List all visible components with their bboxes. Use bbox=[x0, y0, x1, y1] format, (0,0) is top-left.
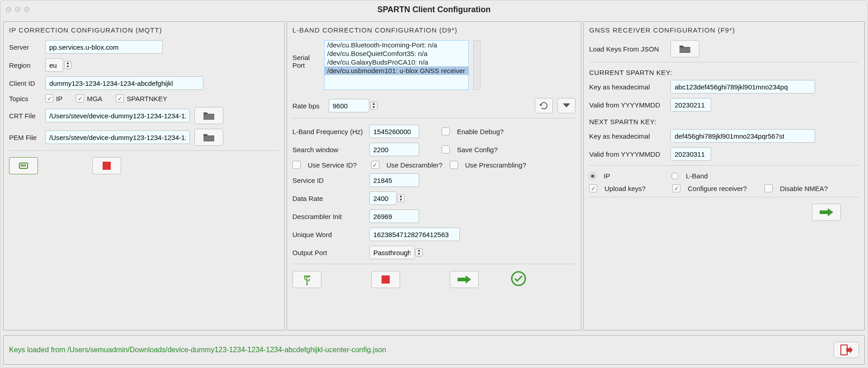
close-window-button[interactable] bbox=[6, 7, 11, 12]
divider bbox=[589, 197, 859, 197]
expand-ports-button[interactable] bbox=[557, 98, 576, 113]
send-gnss-button[interactable] bbox=[812, 204, 841, 221]
svg-rect-1 bbox=[21, 164, 22, 167]
datarate-input[interactable] bbox=[369, 191, 396, 205]
arrow-right-icon bbox=[457, 275, 472, 284]
clientid-input[interactable] bbox=[45, 76, 203, 90]
divider bbox=[292, 118, 576, 118]
lband-panel-title: L-BAND CORRECTION CONFIGURATION (D9*) bbox=[292, 26, 576, 34]
next-key-header: NEXT SPARTN KEY: bbox=[589, 118, 859, 126]
source-ip-radio[interactable] bbox=[589, 172, 596, 180]
refresh-ports-button[interactable] bbox=[535, 98, 553, 113]
serial-port-option[interactable]: /dev/cu.usbmodem101: u-blox GNSS receive… bbox=[325, 66, 468, 75]
crt-browse-button[interactable] bbox=[194, 107, 223, 124]
svg-point-6 bbox=[304, 275, 306, 277]
exit-button[interactable] bbox=[834, 342, 859, 358]
check-circle-icon bbox=[510, 270, 527, 287]
region-stepper[interactable]: ▲▼ bbox=[64, 61, 71, 69]
configure-rx-label: Configure receiver? bbox=[688, 185, 760, 192]
crt-input[interactable] bbox=[45, 109, 190, 122]
current-key-header: CURRENT SPARTN KEY: bbox=[589, 69, 859, 76]
topic-ip-label: IP bbox=[56, 95, 62, 102]
use-descrambler-checkbox[interactable] bbox=[371, 161, 379, 169]
disable-nmea-label: Disable NMEA? bbox=[780, 185, 828, 192]
freq-input[interactable] bbox=[369, 125, 419, 138]
disconnect-serial-button[interactable] bbox=[371, 271, 400, 288]
upload-keys-checkbox[interactable] bbox=[589, 184, 597, 192]
topic-mga-label: MGA bbox=[87, 95, 102, 102]
enable-debug-label: Enable Debug? bbox=[457, 128, 504, 135]
disconnect-ip-button[interactable] bbox=[92, 157, 121, 174]
topic-spartnkey-checkbox[interactable] bbox=[116, 94, 124, 102]
outputport-stepper[interactable]: ▲▼ bbox=[415, 248, 423, 256]
serial-port-option[interactable]: /dev/cu.BoseQuietComfort35: n/a bbox=[325, 49, 468, 58]
next-keyhex-input[interactable] bbox=[670, 129, 815, 143]
current-keyhex-label: Key as hexadecimal bbox=[589, 83, 666, 91]
svg-rect-2 bbox=[22, 164, 23, 167]
descrambler-input[interactable] bbox=[369, 210, 419, 223]
outputport-input[interactable] bbox=[369, 246, 415, 259]
topic-ip-checkbox[interactable] bbox=[45, 94, 53, 102]
outputport-label: Output Port bbox=[292, 249, 365, 256]
divider bbox=[589, 165, 859, 166]
disable-nmea-checkbox[interactable] bbox=[764, 184, 773, 192]
lband-panel: L-BAND CORRECTION CONFIGURATION (D9*) Se… bbox=[287, 21, 582, 331]
region-spinner[interactable]: ▲▼ bbox=[45, 58, 71, 72]
use-serviceid-label: Use Service ID? bbox=[308, 161, 367, 169]
pem-input[interactable] bbox=[45, 130, 190, 144]
current-keyhex-input[interactable] bbox=[670, 80, 815, 93]
next-validfrom-input[interactable] bbox=[670, 147, 711, 161]
usb-icon bbox=[302, 274, 312, 285]
use-prescrambling-checkbox[interactable] bbox=[450, 161, 458, 169]
connect-ip-button[interactable] bbox=[9, 157, 38, 174]
divider bbox=[292, 264, 576, 264]
window-title: SPARTN Client Configuration bbox=[0, 5, 868, 14]
titlebar: SPARTN Client Configuration bbox=[0, 0, 868, 19]
minimize-window-button[interactable] bbox=[15, 7, 20, 12]
server-input[interactable] bbox=[45, 40, 163, 54]
divider bbox=[589, 62, 859, 62]
svg-rect-4 bbox=[25, 164, 26, 167]
use-serviceid-checkbox[interactable] bbox=[292, 161, 301, 169]
window: SPARTN Client Configuration IP CORRECTIO… bbox=[0, 0, 868, 368]
rate-label: Rate bps bbox=[292, 102, 324, 110]
gnss-panel: GNSS RECEIVER CONFIGURATION (F9*) Load K… bbox=[583, 21, 865, 331]
zoom-window-button[interactable] bbox=[24, 7, 29, 12]
datarate-stepper[interactable]: ▲▼ bbox=[397, 194, 405, 202]
connect-serial-button[interactable] bbox=[292, 271, 321, 288]
configure-rx-checkbox[interactable] bbox=[672, 184, 680, 192]
rate-input[interactable] bbox=[329, 99, 369, 112]
use-prescrambling-label: Use Prescrambling? bbox=[465, 161, 526, 169]
rate-stepper[interactable]: ▲▼ bbox=[370, 102, 377, 110]
save-config-checkbox[interactable] bbox=[442, 145, 450, 154]
serial-scrollbar[interactable] bbox=[473, 40, 481, 90]
enable-debug-checkbox[interactable] bbox=[442, 127, 450, 135]
folder-icon bbox=[203, 132, 215, 142]
uniqueword-input[interactable] bbox=[369, 228, 460, 241]
pem-browse-button[interactable] bbox=[194, 129, 223, 146]
source-lband-label: L-Band bbox=[686, 172, 708, 180]
clientid-label: Client ID bbox=[9, 79, 41, 87]
ip-correction-panel: IP CORRECTION CONFIGURATION (MQTT) Serve… bbox=[3, 21, 285, 331]
svg-rect-3 bbox=[24, 164, 24, 167]
folder-icon bbox=[203, 111, 215, 121]
serial-port-label: Serial Port bbox=[292, 40, 320, 69]
ethernet-icon bbox=[18, 161, 29, 171]
serial-port-listbox[interactable]: /dev/cu.Bluetooth-Incoming-Port: n/a/dev… bbox=[324, 40, 469, 90]
exit-icon bbox=[840, 344, 853, 356]
send-lband-button[interactable] bbox=[450, 271, 479, 288]
serviceid-input[interactable] bbox=[369, 173, 419, 187]
serial-port-option[interactable]: /dev/cu.GalaxyBudsProCA10: n/a bbox=[325, 58, 468, 66]
loadkeys-browse-button[interactable] bbox=[670, 40, 699, 57]
search-input[interactable] bbox=[369, 143, 419, 156]
source-lband-radio[interactable] bbox=[671, 172, 679, 180]
svg-rect-11 bbox=[841, 345, 847, 355]
stop-icon bbox=[101, 161, 113, 171]
status-message: Keys loaded from /Users/semuadmin/Downlo… bbox=[9, 346, 386, 354]
topic-mga-checkbox[interactable] bbox=[76, 94, 84, 102]
region-input[interactable] bbox=[45, 58, 63, 72]
topic-spartnkey-label: SPARTNKEY bbox=[127, 95, 167, 102]
current-validfrom-input[interactable] bbox=[670, 98, 711, 112]
panels-row: IP CORRECTION CONFIGURATION (MQTT) Serve… bbox=[0, 19, 868, 333]
serial-port-option[interactable]: /dev/cu.Bluetooth-Incoming-Port: n/a bbox=[325, 41, 468, 49]
